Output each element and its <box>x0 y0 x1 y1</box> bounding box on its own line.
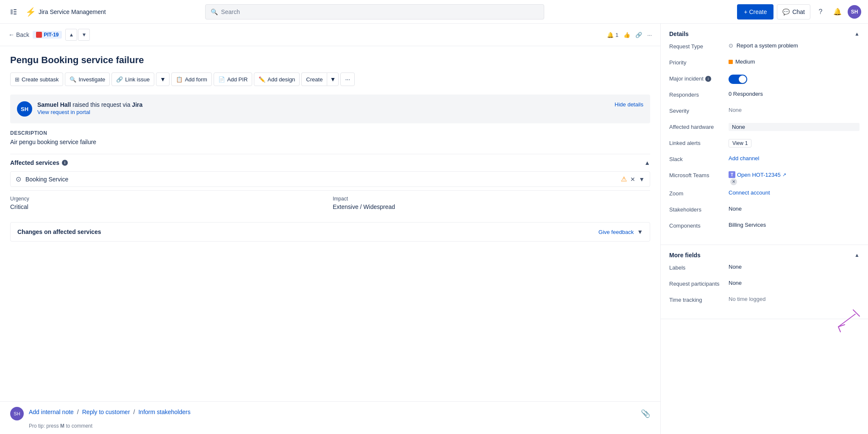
hide-details-button[interactable]: Hide details <box>615 101 643 108</box>
more-fields-section: More fields ▲ Labels None Request partic… <box>661 245 868 319</box>
linked-alerts-view-button[interactable]: View 1 <box>729 139 751 147</box>
create-label: Create <box>306 76 323 83</box>
major-incident-label: Major incident i <box>669 75 729 82</box>
zoom-row: Zoom Connect account <box>669 189 860 201</box>
comment-input-row: SH Add internal note / Reply to customer… <box>10 407 650 420</box>
watch-button[interactable]: 🔔 1 <box>607 32 618 38</box>
inform-stakeholders-tab[interactable]: Inform stakeholders <box>138 409 190 415</box>
linked-alerts-label: Linked alerts <box>669 139 729 146</box>
changes-title: Changes on affected services <box>17 228 598 235</box>
next-issue-button[interactable]: ▼ <box>78 29 90 41</box>
labels-row: Labels None <box>669 264 860 275</box>
details-section-header: Details ▲ <box>669 31 860 37</box>
affected-services-label: Affected services <box>10 159 59 166</box>
help-button[interactable]: ? <box>814 5 827 19</box>
ms-teams-link[interactable]: T Open HOT-12345 ↗ <box>729 171 860 178</box>
slack-value: Add channel <box>729 155 860 161</box>
create-label: + Create <box>744 8 767 15</box>
toolbar-right: 🔔 1 👍 🔗 ··· <box>607 32 652 38</box>
request-card-header: SH Samuel Hall raised this request via J… <box>17 101 643 117</box>
investigate-button[interactable]: 🔍 Investigate <box>65 72 110 86</box>
issue-toolbar: ← Back PIT-19 ▲ ▼ 🔔 1 👍 <box>0 24 660 46</box>
reply-to-customer-tab[interactable]: Reply to customer <box>82 409 130 415</box>
create-main-button[interactable]: Create <box>301 72 327 86</box>
create-subtask-label: Create subtask <box>22 76 58 83</box>
back-label: Back <box>16 31 29 38</box>
create-button[interactable]: + Create <box>737 4 773 19</box>
app-logo[interactable]: ⚡ Jira Service Management <box>25 7 106 17</box>
add-design-button[interactable]: ✏️ Add design <box>254 72 300 86</box>
affected-hw-label: Affected hardware <box>669 123 729 130</box>
impact-label: Impact <box>333 196 650 202</box>
details-collapse-button[interactable]: ▲ <box>854 31 860 37</box>
pro-tip: Pro tip: press M to comment <box>10 423 650 429</box>
view-portal-link[interactable]: View request in portal <box>37 109 90 115</box>
slack-add-channel-link[interactable]: Add channel <box>729 155 759 161</box>
slack-row: Slack Add channel <box>669 155 860 167</box>
add-internal-note-tab[interactable]: Add internal note <box>29 409 74 415</box>
requester-initials: SH <box>21 106 28 112</box>
more-fields-collapse-button[interactable]: ▲ <box>854 252 860 258</box>
chat-button[interactable]: 💬 Chat <box>777 4 810 19</box>
share-button[interactable]: 🔗 <box>635 32 642 38</box>
components-row: Components Billing Services <box>669 222 860 234</box>
top-nav: ⚡ Jira Service Management 🔍 Search + Cre… <box>0 0 868 24</box>
request-info-text: Samuel Hall raised this request via Jira <box>37 101 609 108</box>
create-subtask-button[interactable]: ⊞ Create subtask <box>10 72 63 86</box>
more-actions-button[interactable]: ··· <box>647 32 652 38</box>
attach-button[interactable]: 📎 <box>641 409 650 418</box>
search-placeholder: Search <box>221 8 240 15</box>
add-form-label: Add form <box>185 76 207 83</box>
slack-label: Slack <box>669 155 729 162</box>
notifications-button[interactable]: 🔔 <box>831 5 844 19</box>
info-icon[interactable]: i <box>62 160 68 166</box>
prev-issue-button[interactable]: ▲ <box>65 29 77 41</box>
changes-header[interactable]: Changes on affected services Give feedba… <box>11 223 650 241</box>
service-expand-icon[interactable]: ▼ <box>639 176 645 183</box>
affected-hardware-row: Affected hardware None <box>669 123 860 135</box>
more-icon: ··· <box>647 32 652 38</box>
issue-key-badge[interactable]: PIT-19 <box>33 31 62 39</box>
tab-separator-2: / <box>134 409 135 415</box>
add-form-button[interactable]: 📋 Add form <box>171 72 212 86</box>
zoom-label: Zoom <box>669 189 729 197</box>
priority-row: Priority Medium <box>669 58 860 70</box>
toggle-knob <box>739 75 746 83</box>
responders-row: Responders 0 Responders <box>669 91 860 103</box>
details-section: Details ▲ Request Type ⊙ Report a system… <box>661 24 868 245</box>
priority-value: Medium <box>729 58 860 65</box>
sidebar-toggle-button[interactable] <box>7 5 20 19</box>
link-icon: 🔗 <box>116 76 123 83</box>
labels-value: None <box>729 264 860 270</box>
right-panel: Details ▲ Request Type ⊙ Report a system… <box>660 24 868 434</box>
commenter-avatar: SH <box>10 407 24 420</box>
major-incident-info-icon[interactable]: i <box>705 76 711 82</box>
responders-value: 0 Responders <box>729 91 860 97</box>
add-pir-button[interactable]: 📄 Add PIR <box>214 72 252 86</box>
description-section: Description Air pengu booking service fa… <box>10 130 650 145</box>
more-link-button[interactable]: ▼ <box>156 72 170 86</box>
back-button[interactable]: ← Back <box>8 31 29 38</box>
major-incident-toggle[interactable] <box>729 75 747 84</box>
stakeholders-row: Stakeholders None <box>669 206 860 217</box>
request-type-icon: ⊙ <box>729 42 733 49</box>
service-link-icon[interactable]: ✕ <box>630 176 635 183</box>
severity-value: None <box>729 107 860 113</box>
search-bar[interactable]: 🔍 Search <box>205 4 544 19</box>
give-feedback-button[interactable]: Give feedback <box>598 229 634 235</box>
user-avatar[interactable]: SH <box>848 5 861 19</box>
collapse-services-button[interactable]: ▲ <box>644 159 650 166</box>
like-button[interactable]: 👍 <box>623 32 630 38</box>
zoom-value: Connect account <box>729 189 860 196</box>
link-issue-button[interactable]: 🔗 Link issue <box>111 72 154 86</box>
labels-label: Labels <box>669 264 729 271</box>
more-actions-button[interactable]: ··· <box>340 72 355 86</box>
zoom-connect-link[interactable]: Connect account <box>729 189 770 196</box>
service-name: Booking Service <box>25 176 621 183</box>
linked-alerts-row: Linked alerts View 1 <box>669 139 860 151</box>
details-title: Details <box>669 31 689 37</box>
tab-separator-1: / <box>77 409 79 415</box>
ms-teams-close-button[interactable]: ✕ <box>730 178 737 185</box>
create-dropdown-button[interactable]: ▼ <box>327 72 339 86</box>
link-issue-label: Link issue <box>125 76 150 83</box>
